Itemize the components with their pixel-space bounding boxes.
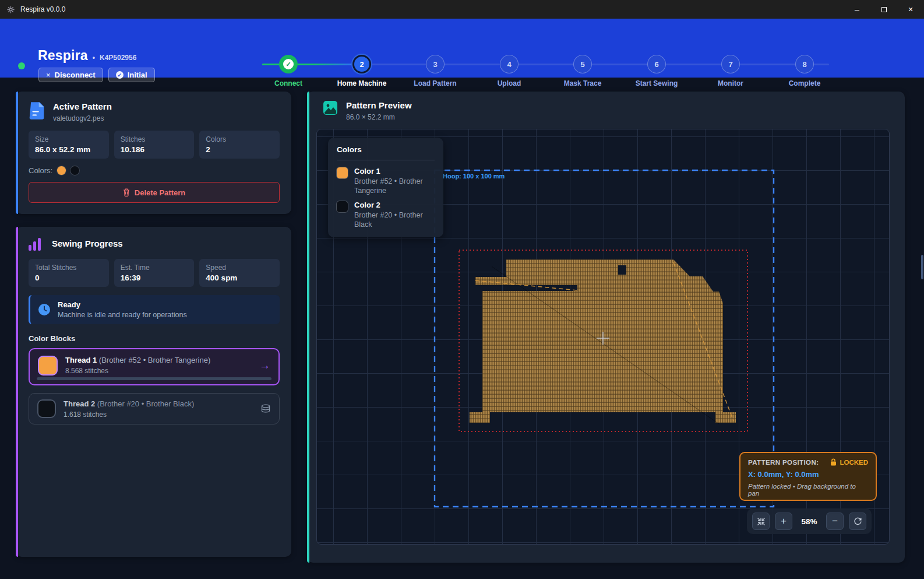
- step-number: 4: [500, 55, 519, 73]
- color-swatch-black: [70, 166, 79, 175]
- check-circle-icon: ✓: [116, 71, 124, 79]
- step-label: Monitor: [693, 79, 768, 87]
- arrow-right-icon: →: [259, 359, 270, 372]
- step-label: Start Sewing: [619, 79, 694, 87]
- card-accent: [16, 227, 18, 557]
- stat-value: 86.0 x 52.2 mm: [35, 145, 103, 154]
- app-logo-icon: [6, 5, 15, 14]
- step-label: Mask Trace: [545, 79, 620, 87]
- page-scrollbar[interactable]: [921, 255, 923, 279]
- color-blocks-heading: Color Blocks: [29, 334, 280, 343]
- stat-stitches: Stitches 10.186: [114, 131, 195, 159]
- step-check-icon: ✓: [279, 55, 298, 73]
- clock-icon: [37, 303, 51, 317]
- legend-color-desc: Brother #52 • Brother Tangerine: [354, 177, 435, 195]
- pan-hint: Pattern locked • Drag background to pan: [748, 483, 868, 497]
- initial-button[interactable]: ✓ Initial: [108, 68, 155, 82]
- colors-legend: Colors Color 1 Brother #52 • Brother Tan…: [328, 138, 443, 237]
- stat-label: Size: [35, 135, 103, 143]
- hoop-label: Hoop: 100 x 100 mm: [443, 173, 505, 180]
- delete-pattern-button[interactable]: Delete Pattern: [29, 182, 280, 203]
- stat-value: 400 spm: [206, 273, 273, 282]
- step-home-machine[interactable]: 2 Home Machine: [352, 55, 371, 73]
- pattern-position-label: PATTERN POSITION:: [748, 459, 819, 466]
- card-accent: [16, 92, 18, 214]
- pattern-canvas[interactable]: Hoop: 100 x 100 mm Colors Color 1 Brothe…: [316, 129, 890, 545]
- maximize-icon: [881, 7, 887, 12]
- locked-label: LOCKED: [840, 459, 868, 466]
- stepper-track-complete: [262, 64, 355, 65]
- card-title: Pattern Preview: [346, 100, 412, 110]
- stat-label: Colors: [206, 135, 273, 143]
- thread-detail: (Brother #20 • Brother Black): [97, 399, 194, 408]
- legend-color-desc: Brother #20 • Brother Black: [354, 211, 435, 229]
- thread-name: Thread 2: [64, 399, 95, 408]
- zoom-in-button[interactable]: +: [775, 513, 792, 530]
- legend-entry-color-2: Color 2 Brother #20 • Brother Black: [337, 201, 435, 229]
- image-icon: [323, 100, 338, 115]
- zoom-level: 58%: [798, 517, 821, 526]
- layers-icon: [260, 403, 271, 414]
- device-id: K4P502956: [100, 54, 136, 62]
- stat-label: Stitches: [121, 135, 188, 143]
- step-complete[interactable]: 8 Complete: [795, 55, 814, 73]
- fit-to-view-icon: [757, 517, 766, 526]
- pattern-dimensions: 86.0 × 52.2 mm: [346, 113, 412, 121]
- pattern-preview-card: Pattern Preview 86.0 × 52.2 mm: [307, 92, 905, 563]
- legend-color-name: Color 1: [354, 167, 435, 176]
- document-icon: [29, 101, 45, 120]
- app-name: Respira: [38, 48, 88, 64]
- stat-speed: Speed 400 spm: [199, 259, 280, 287]
- stat-est-time: Est. Time 16:39: [114, 259, 195, 287]
- card-title: Active Pattern: [53, 101, 112, 111]
- close-button[interactable]: ×: [897, 0, 924, 19]
- step-label: Upload: [471, 79, 547, 87]
- step-label: Load Pattern: [397, 79, 473, 87]
- delete-pattern-label: Delete Pattern: [135, 188, 185, 197]
- trash-icon: [123, 188, 130, 196]
- step-label: Home Machine: [324, 79, 400, 87]
- stat-label: Total Stitches: [35, 264, 103, 272]
- thread-detail: (Brother #52 • Brother Tangerine): [99, 356, 210, 364]
- legend-title: Colors: [337, 145, 435, 154]
- disconnect-button[interactable]: × Disconnect: [38, 68, 103, 82]
- stat-label: Est. Time: [121, 264, 188, 272]
- pattern-filename: valetudogv2.pes: [53, 114, 112, 122]
- step-number: 6: [647, 55, 666, 73]
- bullet-separator: •: [93, 54, 95, 62]
- fit-to-view-button[interactable]: [752, 513, 770, 530]
- app-header: Respira • K4P502956 × Disconnect ✓ Initi…: [0, 19, 924, 78]
- titlebar: Respira v0.0.0 – ×: [0, 0, 924, 19]
- step-upload[interactable]: 4 Upload: [500, 55, 519, 73]
- zoom-controls: + 58% −: [747, 508, 872, 534]
- step-connect[interactable]: ✓ Connect: [279, 55, 298, 73]
- step-label: Complete: [767, 79, 842, 87]
- disconnect-label: Disconnect: [55, 71, 96, 79]
- zoom-out-button[interactable]: −: [826, 513, 844, 530]
- step-mask-trace[interactable]: 5 Mask Trace: [573, 55, 592, 73]
- minimize-button[interactable]: –: [844, 0, 870, 19]
- status-description: Machine is idle and ready for operations: [58, 311, 187, 319]
- step-number: 8: [795, 55, 814, 73]
- step-number: 3: [426, 55, 445, 73]
- stat-value: 0: [35, 273, 103, 282]
- pattern-coordinates: X: 0.0mm, Y: 0.0mm: [748, 470, 868, 479]
- stat-label: Speed: [206, 264, 273, 272]
- step-start-sewing[interactable]: 6 Start Sewing: [647, 55, 666, 73]
- lock-icon: [830, 458, 837, 466]
- reset-view-button[interactable]: [849, 513, 866, 530]
- status-title: Ready: [58, 300, 187, 309]
- step-load-pattern[interactable]: 3 Load Pattern: [426, 55, 445, 73]
- step-monitor[interactable]: 7 Monitor: [721, 55, 740, 73]
- thread-2-swatch: [37, 399, 56, 418]
- maximize-button[interactable]: [870, 0, 897, 19]
- thread-2-block[interactable]: Thread 2 (Brother #20 • Brother Black) 1…: [29, 393, 280, 424]
- step-label: Connect: [251, 79, 326, 87]
- connection-status-dot: [18, 62, 25, 69]
- thread-1-block[interactable]: Thread 1 (Brother #52 • Brother Tangerin…: [29, 348, 280, 385]
- step-number: 7: [721, 55, 740, 73]
- sewing-progress-card: Sewing Progress Total Stitches 0 Est. Ti…: [16, 227, 291, 557]
- legend-swatch: [337, 201, 348, 212]
- stat-colors: Colors 2: [199, 131, 280, 159]
- stat-value: 2: [206, 145, 273, 154]
